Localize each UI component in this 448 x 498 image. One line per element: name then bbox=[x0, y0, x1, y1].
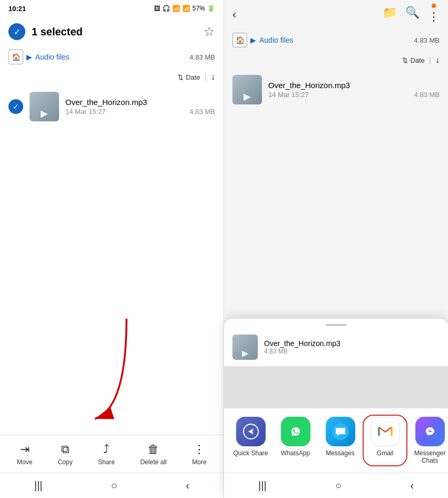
right-header: ‹ 📁 🔍 ⋮ bbox=[224, 0, 448, 30]
right-file-meta: 14 Mar 15:27 4.83 MB bbox=[268, 91, 440, 99]
messages-icon bbox=[326, 417, 355, 446]
status-time: 10:21 bbox=[8, 5, 26, 13]
file-meta: 14 Mar 15:27 4.83 MB bbox=[65, 108, 215, 116]
right-breadcrumb-folder-link[interactable]: Audio files bbox=[259, 36, 294, 44]
sheet-file-row: ▶ Over_the_Horizon.mp3 4.83 MB bbox=[224, 330, 448, 366]
share-label: Share bbox=[98, 458, 115, 466]
file-checkbox[interactable]: ✓ bbox=[8, 99, 23, 114]
right-file-date: 14 Mar 15:27 bbox=[268, 91, 309, 99]
bottom-toolbar: ⇥ Move ⧉ Copy ⤴ Share 🗑 Delete all ⋮ Mor… bbox=[0, 435, 223, 473]
file-date: 14 Mar 15:27 bbox=[65, 108, 106, 116]
home-icon[interactable]: 🏠 bbox=[8, 50, 23, 64]
left-nav-bar: ||| ○ ‹ bbox=[0, 473, 223, 498]
back-button[interactable]: ‹ bbox=[232, 8, 236, 22]
right-play-icon: ▶ bbox=[244, 91, 251, 102]
app-item-gmail[interactable]: Gmail bbox=[363, 415, 407, 466]
right-file-list: ▶ Over_the_Horizon.mp3 14 Mar 15:27 4.83… bbox=[224, 70, 448, 110]
wifi-icon: 📶 bbox=[172, 5, 180, 12]
nearby-share-area bbox=[224, 366, 448, 408]
right-home-icon[interactable]: 🏠 bbox=[232, 33, 247, 47]
app-row: Quick Share WhatsApp Messages bbox=[224, 408, 448, 473]
right-file-name: Over_the_Horizon.mp3 bbox=[268, 81, 440, 90]
right-file-item[interactable]: ▶ Over_the_Horizon.mp3 14 Mar 15:27 4.83… bbox=[228, 70, 444, 110]
gmail-label: Gmail bbox=[377, 449, 393, 457]
share-icon: ⤴ bbox=[103, 443, 109, 456]
more-button[interactable]: ⋮ More bbox=[186, 438, 212, 470]
move-button[interactable]: ⇥ Move bbox=[11, 438, 38, 470]
nav-home-button[interactable]: ○ bbox=[111, 480, 117, 492]
breadcrumb-size: 4.83 MB bbox=[190, 53, 215, 61]
more-options-icon[interactable]: ⋮ bbox=[428, 10, 440, 24]
file-name: Over_the_Horizon.mp3 bbox=[65, 98, 215, 107]
delete-icon: 🗑 bbox=[148, 443, 159, 456]
more-label: More bbox=[192, 458, 206, 466]
sheet-file-size: 4.83 MB bbox=[264, 348, 440, 355]
status-icons: 🖼 🎧 📶 📶 57% 🔋 bbox=[154, 5, 215, 12]
sort-direction-icon[interactable]: ↓ bbox=[211, 72, 215, 82]
play-icon: ▶ bbox=[41, 108, 48, 119]
app-item-whatsapp[interactable]: WhatsApp bbox=[273, 415, 318, 466]
sort-bar: ⇅ Date | ↓ bbox=[0, 68, 223, 87]
sort-label: Date bbox=[186, 73, 200, 81]
quick-share-icon bbox=[236, 417, 266, 446]
star-icon[interactable]: ☆ bbox=[203, 24, 215, 39]
right-sort-button[interactable]: ⇅ Date bbox=[402, 56, 424, 64]
right-nav-back-button[interactable]: ‹ bbox=[410, 480, 414, 492]
right-file-size: 4.83 MB bbox=[414, 91, 440, 99]
whatsapp-icon bbox=[281, 417, 310, 446]
nav-recents-button[interactable]: ||| bbox=[34, 480, 43, 492]
delete-all-button[interactable]: 🗑 Delete all bbox=[134, 438, 173, 470]
file-list: ✓ ▶ Over_the_Horizon.mp3 14 Mar 15:27 4.… bbox=[0, 87, 223, 435]
sheet-handle bbox=[326, 324, 347, 326]
right-sort-icon: ⇅ bbox=[402, 56, 408, 64]
breadcrumb-folder-link[interactable]: Audio files bbox=[35, 53, 70, 61]
more-icon: ⋮ bbox=[193, 443, 205, 456]
search-icon[interactable]: 🔍 bbox=[405, 6, 420, 24]
right-nav-home-button[interactable]: ○ bbox=[335, 480, 342, 492]
right-sort-direction-icon[interactable]: ↓ bbox=[435, 55, 440, 65]
right-header-actions: 📁 🔍 ⋮ bbox=[383, 6, 440, 24]
photo-icon: 🖼 bbox=[154, 5, 160, 12]
move-label: Move bbox=[17, 458, 32, 466]
status-bar: 10:21 🖼 🎧 📶 📶 57% 🔋 bbox=[0, 0, 223, 17]
app-item-messenger[interactable]: Messenger Chats bbox=[407, 415, 448, 466]
left-panel: 10:21 🖼 🎧 📶 📶 57% 🔋 ✓ 1 selected ☆ 🏠 ▶ A… bbox=[0, 0, 224, 498]
checkmark-icon: ✓ bbox=[14, 27, 21, 37]
file-size: 4.83 MB bbox=[190, 108, 215, 116]
copy-icon: ⧉ bbox=[61, 443, 70, 456]
header-bar: ✓ 1 selected ☆ bbox=[0, 17, 223, 46]
folder-icon[interactable]: 📁 bbox=[383, 6, 397, 24]
right-panel: ‹ 📁 🔍 ⋮ 🏠 ▶ Audio files 4.83 MB ⇅ Date |… bbox=[224, 0, 448, 498]
breadcrumb-arrow-icon: ▶ bbox=[26, 53, 32, 61]
app-item-quick-share[interactable]: Quick Share bbox=[228, 415, 273, 466]
file-item[interactable]: ✓ ▶ Over_the_Horizon.mp3 14 Mar 15:27 4.… bbox=[4, 87, 219, 127]
copy-label: Copy bbox=[58, 458, 73, 466]
svg-rect-5 bbox=[422, 423, 439, 440]
right-breadcrumb-size: 4.83 MB bbox=[414, 36, 440, 44]
sheet-file-thumbnail: ▶ bbox=[232, 334, 258, 360]
right-nav-bar: ||| ○ ‹ bbox=[224, 473, 448, 498]
messages-label: Messages bbox=[326, 449, 355, 457]
share-sheet: ▶ Over_the_Horizon.mp3 4.83 MB Quick Sha… bbox=[224, 319, 448, 498]
signal-icon: 📶 bbox=[182, 5, 190, 12]
right-file-thumbnail: ▶ bbox=[232, 75, 262, 104]
share-button[interactable]: ⤴ Share bbox=[92, 438, 121, 470]
copy-button[interactable]: ⧉ Copy bbox=[52, 438, 79, 470]
right-nav-recents-button[interactable]: ||| bbox=[258, 480, 267, 492]
sheet-play-icon: ▶ bbox=[242, 348, 248, 358]
right-sort-label: Date bbox=[410, 56, 424, 64]
app-item-messages[interactable]: Messages bbox=[318, 415, 363, 466]
nav-back-button[interactable]: ‹ bbox=[186, 480, 189, 492]
whatsapp-label: WhatsApp bbox=[281, 449, 310, 457]
sort-button[interactable]: ⇅ Date bbox=[178, 73, 200, 81]
battery-icon: 🔋 bbox=[207, 5, 215, 12]
right-sort-bar: ⇅ Date | ↓ bbox=[224, 51, 448, 70]
sort-icon: ⇅ bbox=[178, 73, 183, 81]
battery-level: 57% bbox=[192, 5, 205, 12]
check-all-button[interactable]: ✓ bbox=[8, 23, 25, 40]
file-info: Over_the_Horizon.mp3 14 Mar 15:27 4.83 M… bbox=[65, 98, 215, 116]
right-breadcrumb-bar: 🏠 ▶ Audio files 4.83 MB bbox=[224, 30, 448, 51]
gmail-icon bbox=[371, 417, 400, 446]
messenger-label: Messenger Chats bbox=[407, 449, 448, 464]
selection-count-title: 1 selected bbox=[32, 26, 197, 38]
